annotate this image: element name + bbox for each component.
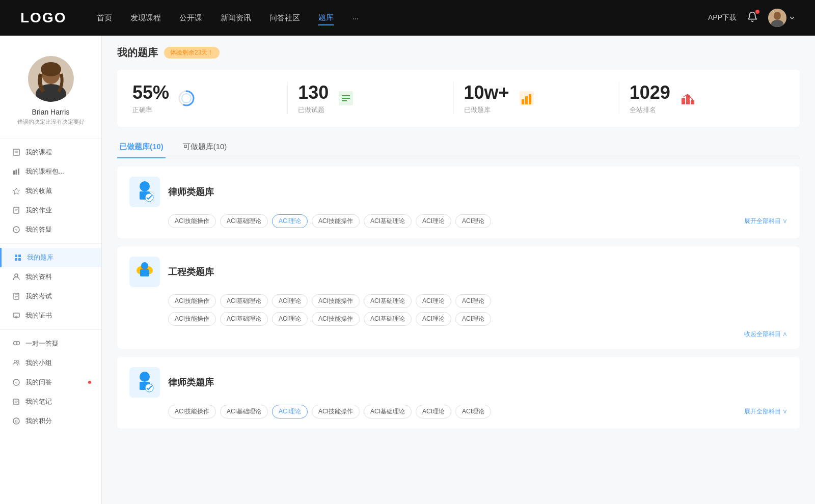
sidebar-item-question-bank[interactable]: 我的题库 [0,248,101,267]
tag-1-12[interactable]: ACI理论 [416,312,451,326]
done-banks-label: 已做题库 [464,105,509,115]
nav-home[interactable]: 首页 [97,11,112,25]
stat-correct-rate: 55% 正确率 [132,82,288,115]
sidebar-label-homework: 我的作业 [25,206,52,215]
sidebar-item-1on1[interactable]: 一对一答疑 [0,334,101,353]
svg-rect-50 [522,99,524,104]
svg-point-6 [41,62,61,76]
svg-point-1 [774,12,781,20]
tab-available-banks[interactable]: 可做题库(10) [181,137,229,158]
sidebar-item-course[interactable]: 我的课程 [0,143,101,162]
svg-rect-28 [13,313,19,317]
file-icon [12,148,20,156]
sidebar-divider-2 [0,243,101,244]
svg-rect-51 [525,96,528,104]
sidebar-label-favorites: 我的收藏 [25,186,52,195]
chevron-down-icon [790,15,795,20]
tag-1-4[interactable]: ACI基础理论 [364,294,412,308]
svg-point-35 [17,360,19,362]
lawyer-icon-1 [129,177,160,207]
sidebar-item-certificate[interactable]: 我的证书 [0,306,101,325]
sidebar-item-group[interactable]: 我的小组 [0,353,101,373]
tag-1-1[interactable]: ACI基础理论 [220,294,268,308]
user-avatar-menu[interactable] [768,9,795,27]
tag-1-10[interactable]: ACI技能操作 [312,312,360,326]
tag-1-8[interactable]: ACI基础理论 [220,312,268,326]
svg-rect-55 [691,100,694,104]
tag-2-3[interactable]: ACI技能操作 [312,405,360,418]
notification-bell[interactable] [747,11,758,24]
tag-0-6[interactable]: ACI理论 [455,214,491,228]
sidebar-item-points[interactable]: 积 我的积分 [0,411,101,431]
tag-1-6[interactable]: ACI理论 [455,294,491,308]
nav-question-bank[interactable]: 题库 [318,11,334,25]
sidebar-item-course-pkg[interactable]: 我的课程包... [0,162,101,181]
profile-motto: 错误的决定比没有决定要好 [10,118,91,126]
sidebar-label-certificate: 我的证书 [25,311,52,320]
nav-news[interactable]: 新闻资讯 [221,11,251,25]
tag-2-2[interactable]: ACI理论 [272,405,308,418]
tag-0-0[interactable]: ACI技能操作 [168,214,216,228]
sidebar-item-my-qa[interactable]: ? 我的答疑 [0,220,101,239]
svg-point-44 [182,94,191,103]
sidebar-label-questions: 我的问答 [25,378,52,387]
tag-1-13[interactable]: ACI理论 [455,312,491,326]
svg-rect-10 [13,171,15,175]
sidebar-label-my-qa: 我的答疑 [25,225,52,234]
tag-2-5[interactable]: ACI理论 [416,405,451,418]
nav-more[interactable]: ··· [352,12,359,24]
tag-1-7[interactable]: ACI技能操作 [168,312,216,326]
tab-done-banks[interactable]: 已做题库(10) [117,137,166,158]
tag-0-4[interactable]: ACI基础理论 [364,214,412,228]
tag-2-0[interactable]: ACI技能操作 [168,405,216,418]
collapse-link-1[interactable]: 收起全部科目 ∧ [129,330,787,339]
correct-rate-value: 55% [132,82,169,103]
bank-title-engineer: 工程类题库 [168,266,214,278]
sidebar-item-questions[interactable]: ? 我的问答 [0,373,101,392]
svg-point-65 [140,372,150,382]
svg-point-57 [140,181,150,191]
svg-rect-53 [682,98,685,104]
tag-0-2[interactable]: ACI理论 [272,214,308,228]
tabs-container: 已做题库(10) 可做题库(10) [117,137,800,158]
tag-1-5[interactable]: ACI理论 [416,294,451,308]
svg-rect-21 [15,258,17,261]
tag-0-1[interactable]: ACI基础理论 [220,214,268,228]
tag-2-6[interactable]: ACI理论 [455,405,491,418]
nav-discover[interactable]: 发现课程 [130,11,161,25]
sidebar-item-favorites[interactable]: 我的收藏 [0,181,101,201]
bar-chart-icon [12,167,20,176]
sidebar-item-notes[interactable]: 我的笔记 [0,392,101,411]
sidebar-item-homework[interactable]: 我的作业 [0,201,101,220]
tag-2-4[interactable]: ACI基础理论 [364,405,412,418]
engineer-icon [129,257,160,287]
tag-0-5[interactable]: ACI理论 [416,214,451,228]
cert-icon [12,312,20,320]
nav-qa[interactable]: 问答社区 [269,11,300,25]
note-icon [12,398,20,406]
profile-avatar [28,56,74,102]
svg-rect-64 [140,269,149,276]
app-download-button[interactable]: APP下载 [708,13,737,22]
sidebar-item-profile[interactable]: 我的资料 [0,267,101,287]
tag-1-9[interactable]: ACI理论 [272,312,308,326]
tag-1-3[interactable]: ACI技能操作 [312,294,360,308]
tag-2-1[interactable]: ACI基础理论 [220,405,268,418]
svg-rect-12 [18,169,19,175]
sidebar-item-exam[interactable]: 我的考试 [0,287,101,306]
expand-link-0[interactable]: 展开全部科目 ∨ [744,217,787,226]
tag-1-11[interactable]: ACI基础理论 [364,312,412,326]
notification-dot [755,10,759,14]
page-title: 我的题库 [117,46,158,60]
tag-1-0[interactable]: ACI技能操作 [168,294,216,308]
expand-link-2[interactable]: 展开全部科目 ∨ [744,407,787,416]
sidebar-label-question-bank: 我的题库 [27,253,53,262]
exam-doc-icon [12,292,20,300]
site-rank-value: 1029 [630,82,670,103]
nav-open-course[interactable]: 公开课 [179,11,202,25]
header-right: APP下载 [708,9,795,27]
logo[interactable]: LOGO [20,10,66,26]
tag-0-3[interactable]: ACI技能操作 [312,214,360,228]
tag-1-2[interactable]: ACI理论 [272,294,308,308]
bank-card-lawyer-2-header: 律师类题库 [129,367,787,398]
